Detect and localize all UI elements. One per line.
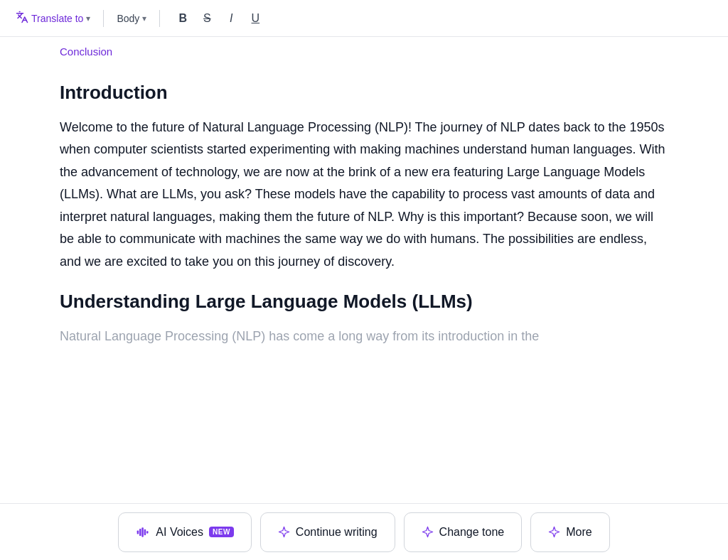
continue-writing-label: Continue writing bbox=[296, 526, 378, 539]
ai-voices-icon bbox=[136, 525, 150, 539]
body-style-button[interactable]: Body ▾ bbox=[112, 10, 151, 27]
ai-voices-button[interactable]: AI Voices NEW bbox=[118, 512, 252, 552]
svg-rect-1 bbox=[139, 529, 141, 536]
intro-body: Welcome to the future of Natural Languag… bbox=[60, 117, 668, 274]
svg-rect-4 bbox=[146, 531, 149, 533]
llm-body-preview: Natural Language Processing (NLP) has co… bbox=[60, 325, 668, 348]
more-label: More bbox=[566, 526, 592, 539]
divider-2 bbox=[159, 10, 160, 27]
underline-button[interactable]: U bbox=[244, 7, 267, 30]
new-badge: NEW bbox=[209, 527, 234, 537]
body-style-label: Body bbox=[117, 13, 139, 24]
italic-button[interactable]: I bbox=[220, 7, 242, 30]
change-tone-label: Change tone bbox=[439, 526, 505, 539]
body-style-chevron-icon: ▾ bbox=[142, 14, 146, 23]
action-bar: AI Voices NEW Continue writing Change to… bbox=[0, 503, 728, 560]
translate-button[interactable]: Translate to ▾ bbox=[11, 8, 95, 29]
continue-writing-button[interactable]: Continue writing bbox=[260, 512, 395, 552]
conclusion-link[interactable]: Conclusion bbox=[60, 37, 668, 64]
svg-rect-0 bbox=[137, 530, 139, 534]
format-buttons: B S I U bbox=[171, 7, 267, 30]
svg-rect-3 bbox=[144, 529, 146, 534]
llm-heading: Understanding Large Language Models (LLM… bbox=[60, 290, 668, 314]
more-button[interactable]: More bbox=[530, 512, 609, 552]
strikethrough-button[interactable]: S bbox=[196, 7, 218, 30]
divider-1 bbox=[103, 10, 104, 27]
continue-writing-sparkle-icon bbox=[278, 526, 290, 538]
translate-icon bbox=[16, 11, 28, 26]
intro-heading: Introduction bbox=[60, 81, 668, 105]
change-tone-sparkle-icon bbox=[422, 526, 434, 538]
toolbar: Translate to ▾ Body ▾ B S I U bbox=[0, 0, 728, 37]
bold-button[interactable]: B bbox=[171, 7, 194, 30]
svg-rect-2 bbox=[142, 527, 144, 537]
ai-voices-label: AI Voices bbox=[156, 526, 203, 539]
more-sparkle-icon bbox=[548, 526, 560, 538]
content-area: Conclusion Introduction Welcome to the f… bbox=[0, 37, 728, 503]
translate-label: Translate to bbox=[31, 13, 83, 24]
translate-chevron-icon: ▾ bbox=[86, 14, 90, 23]
change-tone-button[interactable]: Change tone bbox=[404, 512, 523, 552]
